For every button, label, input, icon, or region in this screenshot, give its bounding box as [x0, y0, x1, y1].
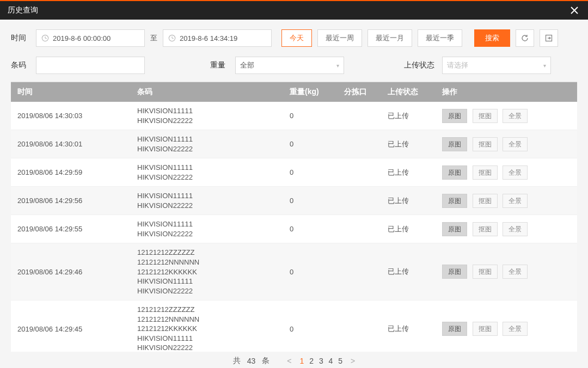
cell-op: 原图 抠图 全景 — [436, 109, 577, 123]
cell-status: 已上传 — [381, 111, 436, 121]
pager-suffix: 条 — [262, 356, 270, 366]
pager-prefix: 共 — [233, 356, 241, 366]
op-crop-button[interactable]: 抠图 — [473, 109, 498, 123]
cell-weight: 0 — [283, 112, 338, 120]
cell-op: 原图 抠图 全景 — [436, 194, 577, 208]
refresh-button[interactable] — [516, 29, 534, 47]
op-crop-button[interactable]: 抠图 — [473, 137, 498, 151]
upload-status-placeholder: 请选择 — [447, 60, 468, 70]
op-pano-button[interactable]: 全景 — [503, 109, 528, 123]
close-icon[interactable] — [568, 4, 580, 16]
cell-time: 2019/08/06 14:29:56 — [11, 197, 131, 205]
op-pano-button[interactable]: 全景 — [503, 165, 528, 180]
cell-status: 已上传 — [381, 224, 436, 234]
cell-op: 原图 抠图 全景 — [436, 165, 577, 180]
cell-weight: 0 — [283, 325, 338, 333]
table-row: 2019/08/06 14:29:56 HIKVISION11111HIKVIS… — [11, 187, 577, 215]
table-row: 2019/08/06 14:30:03 HIKVISION11111HIKVIS… — [11, 102, 577, 130]
op-raw-button[interactable]: 原图 — [442, 194, 467, 208]
cell-status: 已上传 — [381, 196, 436, 206]
table-row: 2019/08/06 14:30:01 HIKVISION11111HIKVIS… — [11, 130, 577, 158]
cell-barcode: HIKVISION11111HIKVISION22222 — [131, 163, 283, 182]
svg-line-4 — [45, 38, 47, 39]
cell-time: 2019/08/06 14:30:03 — [11, 112, 131, 120]
op-pano-button[interactable]: 全景 — [503, 194, 528, 208]
barcode-input[interactable] — [36, 57, 145, 74]
cell-weight: 0 — [283, 197, 338, 205]
search-button[interactable]: 搜索 — [474, 29, 510, 47]
table-row: 2019/08/06 14:29:45 12121212ZZZZZZ121212… — [11, 300, 577, 352]
pager-total: 43 — [247, 357, 256, 365]
pager-page[interactable]: 2 — [308, 357, 315, 365]
cell-time: 2019/08/06 14:29:59 — [11, 168, 131, 176]
cell-barcode: 12121212ZZZZZZ12121212NNNNNN12121212KKKK… — [131, 248, 283, 296]
op-pano-button[interactable]: 全景 — [503, 222, 528, 236]
pager-next[interactable]: > — [351, 357, 355, 365]
op-raw-button[interactable]: 原图 — [442, 109, 467, 123]
cell-weight: 0 — [283, 168, 338, 176]
pager-page[interactable]: 1 — [298, 357, 306, 365]
op-crop-button[interactable]: 抠图 — [473, 165, 498, 180]
op-pano-button[interactable]: 全景 — [503, 265, 528, 279]
results-table: 时间 条码 重量(kg) 分拣口 上传状态 操作 2019/08/06 14:3… — [11, 82, 577, 352]
chevron-down-icon: ▾ — [336, 63, 339, 69]
col-sort-header: 分拣口 — [338, 87, 381, 97]
op-raw-button[interactable]: 原图 — [442, 137, 467, 151]
cell-op: 原图 抠图 全景 — [436, 265, 577, 279]
op-crop-button[interactable]: 抠图 — [473, 194, 498, 208]
pagination: 共 43 条 < 1 2 3 4 5 > — [11, 352, 577, 368]
table-row: 2019/08/06 14:29:46 12121212ZZZZZZ121212… — [11, 243, 577, 300]
clock-icon — [168, 34, 176, 42]
upload-status-select[interactable]: 请选择 ▾ — [442, 57, 551, 74]
op-crop-button[interactable]: 抠图 — [473, 265, 498, 279]
cell-barcode: HIKVISION11111HIKVISION22222 — [131, 106, 283, 125]
quick-quarter-button[interactable]: 最近一季 — [418, 29, 462, 47]
op-pano-button[interactable]: 全景 — [503, 137, 528, 151]
weight-select-value: 全部 — [240, 60, 254, 70]
table-row: 2019/08/06 14:29:59 HIKVISION11111HIKVIS… — [11, 158, 577, 187]
quick-week-button[interactable]: 最近一周 — [317, 29, 362, 47]
time-label: 时间 — [11, 33, 36, 43]
cell-status: 已上传 — [381, 168, 436, 177]
col-status-header: 上传状态 — [381, 87, 436, 97]
window-title: 历史查询 — [8, 5, 38, 15]
cell-barcode: 12121212ZZZZZZ12121212NNNNNN12121212KKKK… — [131, 305, 283, 352]
pager-prev[interactable]: < — [287, 357, 291, 365]
table-row: 2019/08/06 14:29:55 HIKVISION11111HIKVIS… — [11, 215, 577, 243]
cell-time: 2019/08/06 14:29:55 — [11, 225, 131, 233]
cell-op: 原图 抠图 全景 — [436, 222, 577, 236]
cell-weight: 0 — [283, 140, 338, 148]
pager-page[interactable]: 3 — [317, 357, 325, 365]
op-crop-button[interactable]: 抠图 — [473, 322, 498, 336]
range-separator: 至 — [145, 33, 163, 43]
op-raw-button[interactable]: 原图 — [442, 265, 467, 279]
export-button[interactable] — [540, 29, 558, 47]
weight-label: 重量 — [210, 60, 235, 70]
cell-status: 已上传 — [381, 267, 436, 277]
quick-month-button[interactable]: 最近一月 — [367, 29, 412, 47]
cell-barcode: HIKVISION11111HIKVISION22222 — [131, 191, 283, 210]
col-weight-header: 重量(kg) — [283, 87, 338, 97]
quick-today-button[interactable]: 今天 — [281, 29, 312, 47]
op-crop-button[interactable]: 抠图 — [473, 222, 498, 236]
end-time-input[interactable] — [163, 29, 272, 47]
col-time-header: 时间 — [11, 87, 131, 97]
start-time-input[interactable] — [36, 29, 145, 47]
cell-barcode: HIKVISION11111HIKVISION22222 — [131, 219, 283, 238]
svg-line-7 — [172, 38, 174, 39]
weight-select[interactable]: 全部 ▾ — [235, 57, 344, 74]
clock-icon — [41, 34, 49, 42]
cell-status: 已上传 — [381, 139, 436, 149]
barcode-label: 条码 — [11, 60, 36, 70]
upload-status-label: 上传状态 — [404, 60, 442, 70]
op-raw-button[interactable]: 原图 — [442, 322, 467, 336]
op-pano-button[interactable]: 全景 — [503, 322, 528, 336]
op-raw-button[interactable]: 原图 — [442, 222, 467, 236]
pager-page[interactable]: 4 — [327, 357, 335, 365]
cell-status: 已上传 — [381, 324, 436, 334]
cell-time: 2019/08/06 14:30:01 — [11, 140, 131, 148]
pager-page[interactable]: 5 — [336, 357, 344, 365]
op-raw-button[interactable]: 原图 — [442, 165, 467, 180]
col-op-header: 操作 — [436, 87, 577, 97]
cell-weight: 0 — [283, 268, 338, 276]
